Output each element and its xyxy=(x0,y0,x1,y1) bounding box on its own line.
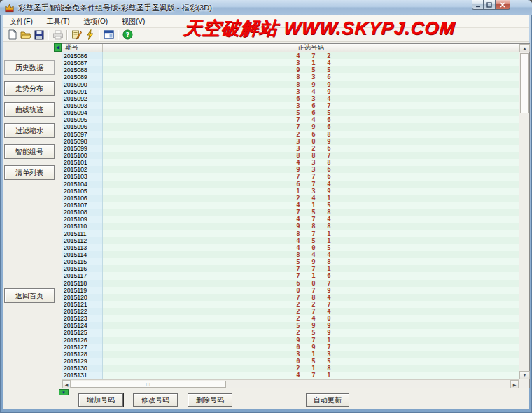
sidebar-item-curve[interactable]: 曲线轨迹 xyxy=(4,102,55,117)
smart-pick-icon[interactable] xyxy=(70,29,83,41)
digit: 6 xyxy=(306,102,321,109)
maximize-button[interactable] xyxy=(484,0,495,10)
table-row[interactable]: 2015130218 xyxy=(62,365,519,372)
numbers-cell: 227 xyxy=(103,301,519,308)
table-row[interactable]: 2015104674 xyxy=(62,181,519,188)
sidebar-item-home[interactable]: 返回首页 xyxy=(4,288,55,303)
table-row[interactable]: 2015087314 xyxy=(62,59,519,66)
digit: 1 xyxy=(321,265,337,272)
period-cell: 2015093 xyxy=(62,102,103,109)
close-button[interactable] xyxy=(495,0,510,10)
open-folder-icon[interactable] xyxy=(19,29,32,41)
table-row[interactable]: 2015099326 xyxy=(62,145,519,152)
sidebar-item-list[interactable]: 清单列表 xyxy=(4,165,55,180)
print-icon[interactable] xyxy=(51,29,64,41)
numbers-cell: 474 xyxy=(103,216,519,223)
table-row[interactable]: 2015090899 xyxy=(62,81,519,88)
scroll-right-icon[interactable]: ▶ xyxy=(510,380,519,388)
table-row[interactable]: 2015097268 xyxy=(62,131,519,138)
table-row[interactable]: 2015096796 xyxy=(62,123,519,130)
table-row[interactable]: 2015109474 xyxy=(62,216,519,223)
table-row[interactable]: 2015126971 xyxy=(62,337,519,344)
scroll-up-icon[interactable]: ▲ xyxy=(519,44,530,52)
table-row[interactable]: 2015114844 xyxy=(62,251,519,258)
table-row[interactable]: 2015108758 xyxy=(62,209,519,216)
add-number-button[interactable]: 增加号码 xyxy=(78,393,123,407)
table-row[interactable]: 2015124599 xyxy=(62,322,519,329)
horizontal-scroll-thumb[interactable]: ||| xyxy=(71,381,226,388)
menu-tools[interactable]: 工具(T) xyxy=(40,15,77,27)
horizontal-scrollbar[interactable]: ◀ ||| ▶ xyxy=(62,379,519,388)
digit: 4 xyxy=(306,195,321,202)
sidebar-item-smart-pick[interactable]: 智能组号 xyxy=(4,144,55,159)
table-row[interactable]: 2015095746 xyxy=(62,116,519,123)
table-row[interactable]: 2015111871 xyxy=(62,230,519,237)
table-row[interactable]: 2015122274 xyxy=(62,308,519,315)
collapse-sidebar-button[interactable]: ◀ xyxy=(54,43,62,52)
help-icon[interactable]: ? xyxy=(121,29,134,41)
table-row[interactable]: 2015102936 xyxy=(62,166,519,173)
table-row[interactable]: 2015119079 xyxy=(62,287,519,294)
save-icon[interactable] xyxy=(32,29,46,41)
table-row[interactable]: 2015091349 xyxy=(62,88,519,95)
table-row[interactable]: 2015089836 xyxy=(62,74,519,80)
menu-file[interactable]: 文件(F) xyxy=(3,15,40,27)
menu-options[interactable]: 选项(O) xyxy=(77,15,115,27)
auto-update-button[interactable]: 自动更新 xyxy=(306,393,349,407)
modify-number-button[interactable]: 修改号码 xyxy=(133,393,178,407)
collapse-footer-button[interactable]: ▼ xyxy=(59,389,69,396)
period-cell: 2015108 xyxy=(62,209,103,216)
table-row[interactable]: 2015115598 xyxy=(62,258,519,265)
table-row[interactable]: 2015094565 xyxy=(62,109,519,116)
table-row[interactable]: 2015129055 xyxy=(62,358,519,365)
vertical-scroll-thumb[interactable] xyxy=(520,53,529,113)
sidebar-item-trend[interactable]: 走势分布 xyxy=(4,81,55,96)
table-row[interactable]: 2015120784 xyxy=(62,294,519,301)
table-row[interactable]: 2015105139 xyxy=(62,188,519,195)
delete-number-button[interactable]: 删除号码 xyxy=(188,393,232,407)
minimize-button[interactable] xyxy=(472,0,484,10)
sidebar-item-history[interactable]: 历史数据 xyxy=(4,60,55,75)
digit: 7 xyxy=(321,344,337,351)
table-row[interactable]: 2015088955 xyxy=(62,66,519,74)
digit: 6 xyxy=(321,123,337,130)
numbers-cell: 405 xyxy=(103,244,519,251)
table-row[interactable]: 2015098309 xyxy=(62,138,519,145)
table-row[interactable]: 2015116771 xyxy=(62,265,519,272)
scroll-left-icon[interactable]: ◀ xyxy=(62,380,71,388)
table-row[interactable]: 2015128313 xyxy=(62,351,519,358)
table-row[interactable]: 2015103776 xyxy=(62,173,519,180)
vertical-scrollbar[interactable]: ▲ ▼ xyxy=(519,44,529,379)
table-row[interactable]: 2015131471 xyxy=(62,372,519,379)
column-header-numbers[interactable]: 正选号码 xyxy=(103,44,519,52)
table-row[interactable]: 2015092634 xyxy=(62,95,519,102)
table-row[interactable]: 2015086472 xyxy=(62,52,519,59)
table-row[interactable]: 2015123240 xyxy=(62,315,519,322)
table-row[interactable]: 2015118607 xyxy=(62,280,519,287)
table-row[interactable]: 2015101438 xyxy=(62,159,519,166)
results-table: 期号 正选号码 20150864722015087314201508895520… xyxy=(62,43,530,388)
table-row[interactable]: 2015110988 xyxy=(62,223,519,230)
table-row[interactable]: 2015093367 xyxy=(62,102,519,109)
digit: 6 xyxy=(290,181,306,188)
table-row[interactable]: 2015100887 xyxy=(62,152,519,159)
table-row[interactable]: 2015127097 xyxy=(62,344,519,351)
numbers-cell: 971 xyxy=(103,337,519,344)
sidebar-item-filter[interactable]: 过滤缩水 xyxy=(4,123,55,138)
table-row[interactable]: 2015125259 xyxy=(62,329,519,336)
table-row[interactable]: 2015121227 xyxy=(62,301,519,308)
table-row[interactable]: 2015106241 xyxy=(62,195,519,202)
column-header-period[interactable]: 期号 xyxy=(62,44,103,52)
new-document-icon[interactable] xyxy=(6,29,19,41)
scroll-down-icon[interactable]: ▼ xyxy=(519,371,530,379)
table-row[interactable]: 2015113405 xyxy=(62,244,519,251)
title-bar[interactable]: 彩尊圣手智能全免条件组号版-彩尊圣手圣飒版 - 福彩(3D) xyxy=(0,0,532,15)
digit: 1 xyxy=(306,272,321,279)
table-row[interactable]: 2015112451 xyxy=(62,237,519,244)
digit: 7 xyxy=(306,287,321,294)
table-row[interactable]: 2015107415 xyxy=(62,202,519,209)
table-row[interactable]: 2015117716 xyxy=(62,272,519,279)
window-panel-icon[interactable] xyxy=(102,29,115,41)
lightning-icon[interactable] xyxy=(83,29,97,41)
menu-view[interactable]: 视图(V) xyxy=(115,15,152,27)
